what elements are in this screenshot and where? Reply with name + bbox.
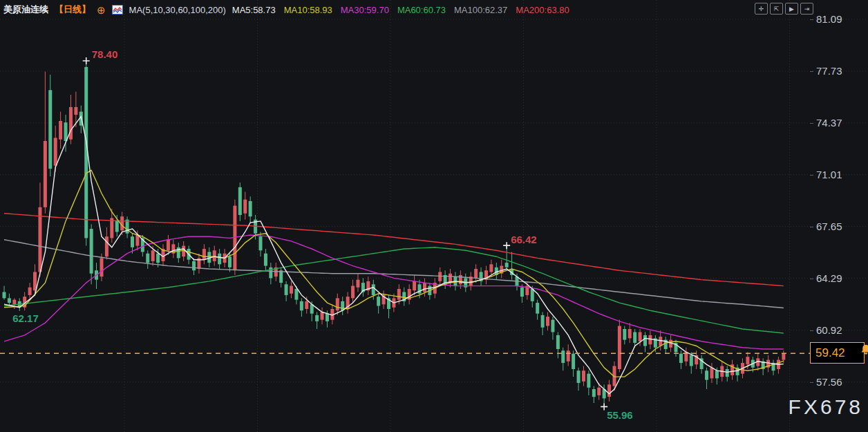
symbol-name[interactable]: 美原油连续: [3, 3, 48, 16]
current-price-tag: 59.42: [810, 342, 865, 364]
ma-formula: MA(5,10,30,60,100,200): [129, 5, 226, 15]
chart-toolbar: ✛⇱▶⇥: [755, 3, 813, 15]
candlestick-chart[interactable]: [0, 0, 868, 432]
chart-window: 81.0977.7374.3771.0167.6564.2960.9257.56…: [0, 0, 868, 432]
current-price-value: 59.42: [815, 346, 845, 360]
extreme-cross-marker: [83, 57, 90, 64]
alert-bell-icon[interactable]: [860, 344, 868, 359]
indicator-chart-icon[interactable]: [112, 5, 123, 15]
ma30-readout: MA30:59.70: [341, 5, 389, 15]
ma100-readout: MA100:62.37: [454, 5, 507, 15]
ma60-readout: MA60:60.73: [397, 5, 446, 15]
go-to-realtime-button[interactable]: ⇥: [800, 3, 813, 15]
candles-layer[interactable]: [3, 61, 786, 406]
ma10-readout: MA10:58.93: [284, 5, 332, 15]
extreme-cross-marker: [503, 242, 510, 249]
compare-add-icon[interactable]: ⊕: [97, 5, 106, 15]
chart-header: 美原油连续 【日线】 ⊕ MA(5,10,30,60,100,200) MA5:…: [3, 3, 569, 16]
swing-low-label: 62.17: [12, 312, 39, 324]
ma30-line: [4, 235, 784, 349]
ma-readouts: MA5:58.73MA10:58.93MA30:59.70MA60:60.73M…: [232, 5, 569, 15]
ma5-readout: MA5:58.73: [232, 5, 276, 15]
watermark: FX678: [789, 395, 863, 419]
swing-high-label: 66.42: [511, 234, 537, 245]
grid-layer: [0, 0, 868, 432]
pan-mode-button[interactable]: ✛: [755, 3, 768, 15]
period-label[interactable]: 【日线】: [55, 3, 91, 16]
low-price-label: 55.96: [607, 409, 633, 421]
high-price-label: 78.40: [92, 48, 118, 60]
scale-left-button[interactable]: ⇱: [770, 3, 783, 15]
ma200-readout: MA200:63.80: [516, 5, 569, 15]
auto-scroll-button[interactable]: ▶: [785, 3, 798, 15]
ma5-line: [4, 116, 784, 393]
